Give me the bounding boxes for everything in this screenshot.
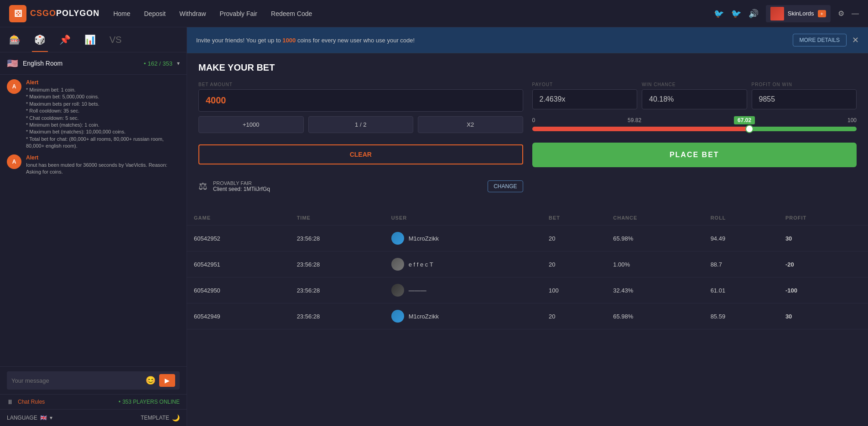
bet-amount-input[interactable] [198, 89, 523, 112]
twitter-icon[interactable]: 🐦 [731, 9, 741, 19]
chat-input-area: 😊 ▶ [0, 366, 187, 394]
slider-thumb[interactable] [745, 125, 754, 133]
pause-icon[interactable]: ⏸ [7, 398, 13, 405]
cell-profit: -20 [779, 251, 868, 277]
user-avatar [391, 284, 404, 297]
slider-track[interactable] [532, 127, 857, 131]
bet-amount-label: BET AMOUNT [198, 82, 523, 87]
win-chance-input[interactable] [642, 89, 747, 109]
cell-profit: 30 [779, 303, 868, 329]
cell-chance: 65.98% [606, 303, 703, 329]
sidebar-tabs: 🎰 🎲 📌 📊 VS [0, 27, 187, 52]
cell-bet: 100 [542, 277, 606, 303]
nav-redeem[interactable]: Redeem Code [271, 10, 312, 17]
chat-messages: A Alert * Minimum bet: 1 coin.* Maximum … [0, 75, 187, 366]
profit-field: PROFIT ON WIN [752, 82, 857, 109]
user-avatar [391, 232, 404, 245]
cell-profit: 30 [779, 226, 868, 251]
sidebar-tab-dice[interactable]: 🎲 [32, 32, 48, 47]
nav-provably-fair[interactable]: Provably Fair [220, 10, 257, 17]
cell-roll: 88.7 [704, 251, 779, 277]
send-button[interactable]: ▶ [159, 374, 175, 387]
user-badge[interactable]: SkinLords + [766, 5, 831, 22]
profit-label: PROFIT ON WIN [752, 82, 857, 87]
slider-max-label: 100 [847, 117, 857, 123]
user-name: SkinLords [788, 10, 814, 17]
room-name: English Room [23, 60, 139, 67]
col-user: USER [385, 210, 542, 226]
provably-title: PROVABLY FAIR [213, 180, 482, 186]
players-online: •353 PLAYERS ONLINE [119, 399, 180, 405]
sidebar-tab-coin[interactable]: 📌 [57, 32, 73, 47]
provably-row: ⚖ PROVABLY FAIR Client seed: 1MTiiJrfGq … [198, 176, 523, 197]
cell-chance: 32.43% [606, 277, 703, 303]
col-bet: BET [542, 210, 606, 226]
cell-time: 23:56:28 [290, 226, 385, 251]
user-coins: + [818, 10, 826, 17]
slider-labels: 0 59.82 67.02 100 [532, 116, 857, 124]
flag-icon: 🇺🇸 [7, 58, 18, 69]
chat-message-1: A Alert * Minimum bet: 1 coin.* Maximum … [7, 79, 180, 150]
cell-user: M1croZzikk [385, 303, 542, 329]
nav-home[interactable]: Home [113, 10, 130, 17]
cell-bet: 20 [542, 303, 606, 329]
language-selector[interactable]: LANGUAGE 🇬🇧 ▾ [7, 415, 52, 421]
more-details-button[interactable]: MORE DETAILS [793, 34, 847, 46]
place-bet-button[interactable]: PLACE BET [532, 143, 857, 167]
slider-min-label: 0 [532, 117, 535, 123]
cell-time: 23:56:28 [290, 277, 385, 303]
provably-seed: Client seed: 1MTiiJrfGq [213, 186, 482, 192]
payout-input[interactable] [532, 89, 638, 109]
emoji-icon[interactable]: 😊 [146, 375, 156, 385]
facebook-icon[interactable]: 🐦 [714, 9, 724, 19]
chat-input-wrapper: 😊 ▶ [7, 371, 180, 390]
logo[interactable]: ⚄ CSGOPOLYGON [9, 5, 99, 22]
sound-icon[interactable]: 🔊 [748, 9, 759, 19]
chat-content-2: Alert Ionut has been muted for 36000 sec… [26, 154, 180, 176]
template-label: TEMPLATE [141, 415, 169, 421]
chat-input[interactable] [11, 377, 142, 384]
chat-username-1: Alert [26, 79, 180, 86]
chat-content-1: Alert * Minimum bet: 1 coin.* Maximum be… [26, 79, 180, 150]
svg-text:⚄: ⚄ [14, 9, 22, 19]
nav-deposit[interactable]: Deposit [144, 10, 166, 17]
settings-icon[interactable]: ⚙ [838, 9, 844, 18]
table-row: 60542949 23:56:28 M1croZzikk 20 65.98% 8… [187, 303, 868, 329]
plus1000-button[interactable]: +1000 [198, 116, 304, 133]
user-name-cell: e f f e c T [409, 261, 433, 268]
half-button[interactable]: 1 / 2 [308, 116, 414, 133]
room-selector[interactable]: 🇺🇸 English Room •162 / 353 ▾ [0, 52, 187, 75]
col-game: GAME [187, 210, 290, 226]
change-seed-button[interactable]: CHANGE [488, 180, 523, 192]
moon-icon: 🌙 [172, 414, 180, 421]
cell-time: 23:56:28 [290, 251, 385, 277]
col-roll: ROLL [704, 210, 779, 226]
minimize-icon[interactable]: — [852, 10, 859, 18]
payout-label: PAYOUT [532, 82, 638, 87]
history-table-head: GAME TIME USER BET CHANCE ROLL PROFIT [187, 210, 868, 226]
cell-game: 60542950 [187, 277, 290, 303]
nav-withdraw[interactable]: Withdraw [179, 10, 206, 17]
cell-profit: -100 [779, 277, 868, 303]
sidebar-tab-chart[interactable]: 📊 [82, 32, 98, 47]
sidebar-tab-roulette[interactable]: 🎰 [7, 32, 23, 47]
col-chance: CHANCE [606, 210, 703, 226]
sidebar-tab-versus[interactable]: VS [107, 32, 124, 47]
cell-roll: 94.49 [704, 226, 779, 251]
user-name-cell: ——— [409, 287, 426, 294]
main-layout: 🎰 🎲 📌 📊 VS 🇺🇸 English Room •162 / 353 ▾ … [0, 27, 868, 426]
bet-title: MAKE YOUR BET [198, 62, 857, 73]
cell-user: ——— [385, 277, 542, 303]
table-row: 60542950 23:56:28 ——— 100 32.43% 61.01 -… [187, 277, 868, 303]
chat-footer: ⏸ Chat Rules •353 PLAYERS ONLINE [0, 394, 187, 409]
promo-banner: Invite your friends! You get up to 1000 … [187, 27, 868, 53]
chat-rules-link[interactable]: Chat Rules [18, 399, 45, 405]
template-button[interactable]: TEMPLATE 🌙 [141, 414, 180, 421]
close-banner-icon[interactable]: ✕ [852, 35, 859, 45]
bet-left-col: BET AMOUNT +1000 1 / 2 X2 CLEAR ⚖ PROVAB… [198, 82, 523, 197]
profit-input[interactable] [752, 89, 857, 109]
banner-text: Invite your friends! You get up to 1000 … [196, 37, 793, 44]
x2-button[interactable]: X2 [418, 116, 523, 133]
clear-button[interactable]: CLEAR [198, 144, 523, 164]
bet-section: MAKE YOUR BET BET AMOUNT +1000 1 / 2 X2 … [187, 53, 868, 206]
